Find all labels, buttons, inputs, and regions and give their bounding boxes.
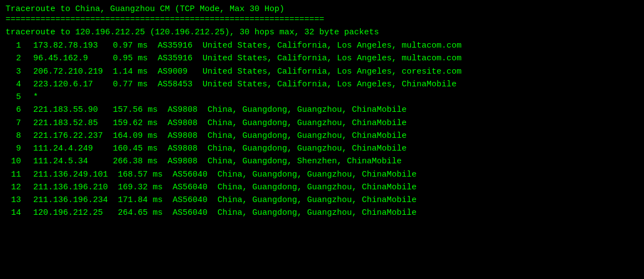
table-row: 4 223.120.6.17 0.77 ms AS58453 United St…: [6, 78, 638, 91]
table-row: 1 173.82.78.193 0.97 ms AS35916 United S…: [6, 39, 638, 52]
hop-number: 8: [6, 130, 21, 142]
hop-number: 3: [6, 65, 21, 78]
hop-number: 7: [6, 117, 21, 130]
hop-content: 206.72.210.219 1.14 ms AS9009 United Sta…: [23, 65, 638, 78]
hop-content: 221.183.52.85 159.62 ms AS9808 China, Gu…: [23, 117, 638, 130]
table-row: 10 111.24.5.34 266.38 ms AS9808 China, G…: [6, 155, 638, 168]
hop-content: 111.24.4.249 160.45 ms AS9808 China, Gua…: [23, 142, 638, 155]
hop-content: 96.45.162.9 0.95 ms AS35916 United State…: [23, 52, 638, 65]
table-row: 9 111.24.4.249 160.45 ms AS9808 China, G…: [6, 142, 638, 155]
table-row: 3 206.72.210.219 1.14 ms AS9009 United S…: [6, 65, 638, 78]
title-line: Traceroute to China, Guangzhou CM (TCP M…: [6, 4, 638, 14]
hop-content: 173.82.78.193 0.97 ms AS35916 United Sta…: [23, 39, 638, 52]
hop-content: *: [23, 91, 638, 104]
table-row: 14 120.196.212.25 264.65 ms AS56040 Chin…: [6, 206, 638, 219]
hop-number: 9: [6, 142, 21, 155]
hop-number: 10: [6, 155, 21, 168]
hop-number: 12: [6, 181, 21, 194]
hop-content: 211.136.196.234 171.84 ms AS56040 China,…: [23, 194, 638, 206]
table-row: 11 211.136.249.101 168.57 ms AS56040 Chi…: [6, 168, 638, 181]
hop-number: 14: [6, 206, 21, 219]
hop-number: 2: [6, 52, 21, 65]
trace-rows: 1 173.82.78.193 0.97 ms AS35916 United S…: [6, 39, 638, 220]
table-row: 8 221.176.22.237 164.09 ms AS9808 China,…: [6, 130, 638, 142]
separator: ========================================…: [6, 15, 638, 24]
hop-number: 11: [6, 168, 21, 181]
trace-header: traceroute to 120.196.212.25 (120.196.21…: [6, 28, 638, 37]
hop-number: 5: [6, 91, 21, 104]
hop-content: 111.24.5.34 266.38 ms AS9808 China, Guan…: [23, 155, 638, 168]
hop-content: 223.120.6.17 0.77 ms AS58453 United Stat…: [23, 78, 638, 91]
hop-number: 6: [6, 104, 21, 116]
table-row: 7 221.183.52.85 159.62 ms AS9808 China, …: [6, 117, 638, 130]
hop-number: 1: [6, 39, 21, 52]
hop-content: 211.136.196.210 169.32 ms AS56040 China,…: [23, 181, 638, 194]
hop-number: 4: [6, 78, 21, 91]
hop-content: 211.136.249.101 168.57 ms AS56040 China,…: [23, 168, 638, 181]
hop-content: 221.183.55.90 157.56 ms AS9808 China, Gu…: [23, 104, 638, 116]
table-row: 2 96.45.162.9 0.95 ms AS35916 United Sta…: [6, 52, 638, 65]
hop-content: 120.196.212.25 264.65 ms AS56040 China, …: [23, 206, 638, 219]
hop-content: 221.176.22.237 164.09 ms AS9808 China, G…: [23, 130, 638, 142]
table-row: 6 221.183.55.90 157.56 ms AS9808 China, …: [6, 104, 638, 116]
hop-number: 13: [6, 194, 21, 206]
table-row: 12 211.136.196.210 169.32 ms AS56040 Chi…: [6, 181, 638, 194]
table-row: 5 *: [6, 91, 638, 104]
table-row: 13 211.136.196.234 171.84 ms AS56040 Chi…: [6, 194, 638, 206]
